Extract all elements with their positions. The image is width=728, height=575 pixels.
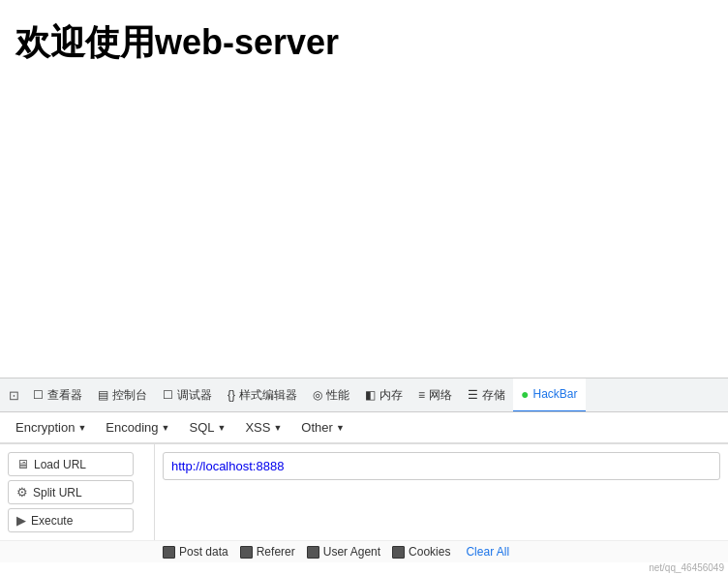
load-url-button[interactable]: 🖥 Load URL bbox=[8, 452, 134, 476]
panel-body: 🖥 Load URL ⚙ Split URL ▶ Execute bbox=[0, 444, 728, 540]
hackbar-label: HackBar bbox=[533, 387, 578, 401]
dropdown-xss-arrow: ▼ bbox=[273, 423, 282, 433]
dropdown-xss[interactable]: XSS▼ bbox=[237, 417, 289, 438]
referer-label: Referer bbox=[257, 545, 295, 559]
checkbox-user-agent[interactable]: User Agent bbox=[307, 545, 380, 559]
console-icon: ▤ bbox=[98, 388, 108, 402]
dropdown-sql-arrow: ▼ bbox=[218, 423, 227, 433]
devtools-tab-console[interactable]: ▤控制台 bbox=[90, 378, 155, 412]
style-editor-icon: {} bbox=[228, 388, 235, 402]
main-content: 欢迎使用web-server bbox=[0, 0, 728, 378]
dropdown-other[interactable]: Other▼ bbox=[293, 417, 351, 438]
devtools-tab-debugger[interactable]: ☐调试器 bbox=[155, 378, 220, 412]
devtools-bar: ⊡ ☐查看器▤控制台☐调试器{}样式编辑器◎性能◧内存≡网络☰存储●HackBa… bbox=[0, 378, 728, 412]
debugger-label: 调试器 bbox=[177, 387, 212, 404]
post-data-checkbox-icon bbox=[163, 546, 175, 559]
inspector-icon: ☐ bbox=[33, 388, 44, 402]
devtools-icon[interactable]: ⊡ bbox=[4, 385, 23, 405]
checkbox-cookies[interactable]: Cookies bbox=[392, 545, 450, 559]
checkbox-post-data[interactable]: Post data bbox=[163, 545, 228, 559]
referer-checkbox-icon bbox=[240, 546, 253, 559]
debugger-icon: ☐ bbox=[163, 388, 173, 402]
hackbar-icon: ● bbox=[521, 386, 529, 402]
dropdown-encryption-arrow: ▼ bbox=[77, 423, 86, 433]
cookies-label: Cookies bbox=[409, 545, 450, 559]
dropdown-xss-label: XSS bbox=[245, 420, 270, 435]
left-buttons: 🖥 Load URL ⚙ Split URL ▶ Execute bbox=[0, 444, 155, 540]
dropdown-encoding-label: Encoding bbox=[106, 420, 158, 435]
devtools-tab-hackbar[interactable]: ●HackBar bbox=[513, 378, 585, 412]
devtools-tab-inspector[interactable]: ☐查看器 bbox=[25, 378, 90, 412]
execute-icon: ▶ bbox=[16, 513, 26, 528]
network-label: 网络 bbox=[429, 387, 452, 404]
dropdown-encryption-label: Encryption bbox=[15, 420, 75, 435]
post-data-label: Post data bbox=[179, 545, 228, 559]
footer-row: Post dataRefererUser AgentCookiesClear A… bbox=[0, 540, 728, 562]
split-url-button[interactable]: ⚙ Split URL bbox=[8, 480, 134, 504]
storage-icon: ☰ bbox=[468, 388, 478, 402]
dropdown-encoding-arrow: ▼ bbox=[162, 423, 170, 433]
performance-label: 性能 bbox=[326, 387, 349, 404]
user-agent-label: User Agent bbox=[323, 545, 380, 559]
network-icon: ≡ bbox=[418, 388, 425, 402]
console-label: 控制台 bbox=[112, 387, 147, 404]
dropdown-sql-label: SQL bbox=[189, 420, 214, 435]
bottom-panel: 🖥 Load URL ⚙ Split URL ▶ Execute Post da… bbox=[0, 443, 728, 562]
user-agent-checkbox-icon bbox=[307, 546, 319, 559]
url-input[interactable] bbox=[163, 452, 720, 480]
dropdown-other-arrow: ▼ bbox=[336, 423, 345, 433]
dropdown-encryption[interactable]: Encryption▼ bbox=[8, 417, 94, 438]
page-title: 欢迎使用web-server bbox=[15, 19, 713, 67]
style-editor-label: 样式编辑器 bbox=[239, 387, 297, 404]
watermark: net/qq_46456049 bbox=[649, 562, 724, 573]
checkbox-referer[interactable]: Referer bbox=[240, 545, 295, 559]
inspector-label: 查看器 bbox=[47, 387, 82, 404]
dropdown-encoding[interactable]: Encoding▼ bbox=[98, 417, 177, 438]
dropdown-other-label: Other bbox=[301, 420, 333, 435]
memory-label: 内存 bbox=[379, 387, 403, 404]
execute-button[interactable]: ▶ Execute bbox=[8, 508, 134, 532]
dropdown-sql[interactable]: SQL▼ bbox=[181, 417, 233, 438]
split-url-icon: ⚙ bbox=[16, 485, 28, 499]
devtools-tab-style-editor[interactable]: {}样式编辑器 bbox=[220, 378, 305, 412]
cookies-checkbox-icon bbox=[392, 546, 405, 559]
storage-label: 存储 bbox=[482, 387, 505, 404]
devtools-tab-performance[interactable]: ◎性能 bbox=[305, 378, 357, 412]
memory-icon: ◧ bbox=[365, 388, 376, 402]
devtools-tab-memory[interactable]: ◧内存 bbox=[357, 378, 410, 412]
performance-icon: ◎ bbox=[313, 388, 322, 402]
devtools-tab-storage[interactable]: ☰存储 bbox=[460, 378, 513, 412]
url-area bbox=[155, 444, 728, 540]
clear-all-button[interactable]: Clear All bbox=[466, 545, 509, 559]
devtools-tab-network[interactable]: ≡网络 bbox=[410, 378, 460, 412]
toolbar-row: Encryption▼Encoding▼SQL▼XSS▼Other▼ bbox=[0, 412, 728, 443]
load-url-icon: 🖥 bbox=[16, 457, 29, 471]
